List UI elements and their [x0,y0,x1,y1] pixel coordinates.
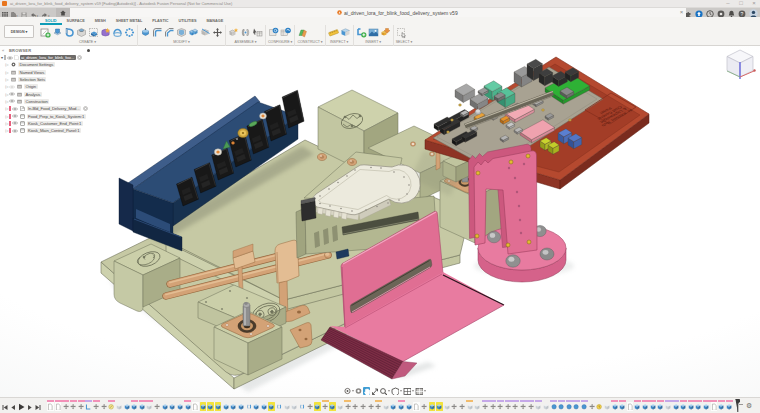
canvas-button[interactable] [368,26,379,39]
browser-item-3[interactable]: ▷Selection Sets [0,76,100,83]
fit-tool[interactable] [379,387,390,395]
timeline-feature-54[interactable] [451,400,458,412]
sync-icon[interactable] [83,106,88,111]
expand-arrow-icon[interactable]: ▷ [5,62,9,67]
timeline-feature-37[interactable] [322,400,329,412]
group-label-create[interactable]: CREATE ▾ [40,39,135,45]
group-label-insert[interactable]: INSERT ▾ [356,39,391,45]
timeline-feature-44[interactable] [375,400,382,412]
timeline-feature-40[interactable] [344,400,351,412]
timeline-feature-59[interactable] [489,400,496,412]
timeline-gear-icon[interactable]: ⚙ [746,402,752,410]
measure-button[interactable] [328,26,339,39]
fillet-button[interactable] [152,26,163,39]
group-label-select[interactable]: SELECT ▾ [396,39,413,45]
browser-item-4[interactable]: ▷Origin [0,83,100,90]
look-at-tool[interactable] [355,387,362,395]
timeline-feature-90[interactable] [726,400,733,412]
timeline-feature-22[interactable] [207,400,214,412]
timeline-feature-83[interactable] [672,400,679,412]
revolve-button[interactable] [64,26,75,39]
group-label-assemble[interactable]: ASSEMBLE ▾ [228,39,263,45]
timeline-feature-55[interactable] [459,400,466,412]
browser-options-icon[interactable] [87,49,90,52]
timeline-feature-67[interactable] [550,400,557,412]
timeline-feature-49[interactable] [413,400,420,412]
pattern-button[interactable] [124,26,135,39]
skip-to-end-button[interactable] [35,397,41,413]
group-label-configure[interactable]: CONFIGURE ▾ [268,39,292,45]
skip-to-start-button[interactable] [2,397,8,413]
step-forward-button[interactable] [27,397,33,413]
expand-arrow-icon[interactable]: ▷ [5,70,9,75]
timeline-feature-80[interactable] [649,400,656,412]
timeline-feature-70[interactable] [573,400,580,412]
timeline-feature-27[interactable] [245,400,252,412]
ribbon-tab-sheet-metal[interactable]: SHEET METAL [111,17,148,25]
construct-plane-button[interactable] [297,26,308,39]
select-button[interactable] [396,26,407,39]
timeline-feature-56[interactable] [466,400,473,412]
timeline-feature-6[interactable] [85,400,92,412]
eye-icon[interactable] [9,99,15,103]
form-button[interactable] [100,26,111,39]
timeline-feature-23[interactable] [215,400,222,412]
timeline-feature-31[interactable] [276,400,283,412]
timeline-feature-81[interactable] [657,400,664,412]
timeline-feature-74[interactable] [604,400,611,412]
timeline-feature-36[interactable] [314,400,321,412]
coil-button[interactable] [112,26,123,39]
shell-button[interactable] [176,26,187,39]
tab-close-icon[interactable]: × [678,9,685,16]
browser-item-label[interactable]: Kiosk_Customer_End_Point:1 [27,121,83,126]
browser-root-item[interactable]: ▾ai_driven_lora_for_blink_foo... [0,54,100,61]
timeline-feature-53[interactable] [444,400,451,412]
timeline-feature-72[interactable] [588,400,595,412]
timeline-feature-33[interactable] [291,400,298,412]
hole-button[interactable] [76,26,87,39]
workspace-selector[interactable]: DESIGN▾ [4,25,34,38]
timeline-feature-30[interactable] [268,400,275,412]
timeline-feature-38[interactable] [329,400,336,412]
timeline-feature-4[interactable] [70,400,77,412]
timeline-feature-45[interactable] [383,400,390,412]
browser-item-label[interactable]: Document Settings [18,62,55,67]
view-cube[interactable] [727,50,756,79]
timeline-feature-18[interactable] [177,400,184,412]
timeline-feature-46[interactable] [390,400,397,412]
orbit-tool[interactable] [344,387,354,395]
configure-button[interactable] [268,26,279,39]
ribbon-tab-surface[interactable]: SURFACE [62,17,90,25]
timeline-feature-11[interactable] [123,400,130,412]
timeline-feature-39[interactable] [337,400,344,412]
home-button[interactable] [56,8,70,17]
timeline-feature-86[interactable] [695,400,702,412]
ribbon-tab-manage[interactable]: MANAGE [201,17,228,25]
joint-button[interactable] [240,26,251,39]
step-back-button[interactable] [10,397,16,413]
timeline-feature-65[interactable] [535,400,542,412]
insert-derive-button[interactable] [356,26,367,39]
section-analysis-button[interactable] [340,26,351,39]
eye-icon[interactable] [7,56,13,60]
browser-item-1[interactable]: ▷Document Settings [0,61,100,68]
config-table-button[interactable] [280,26,291,39]
timeline-feature-63[interactable] [520,400,527,412]
timeline-feature-76[interactable] [619,400,626,412]
viewport[interactable]: AI_Kitchen_Hub& LightweightChef ControlP… [0,46,760,397]
split-body-button[interactable] [200,26,211,39]
sync-icon[interactable] [77,55,82,60]
extrude-button[interactable] [52,26,63,39]
timeline-feature-88[interactable] [710,400,717,412]
browser-item-10[interactable]: ▷Kiosk_Main_Control_Panel:1 [0,127,100,134]
browser-item-label[interactable]: Named Views [18,70,46,75]
timeline-feature-73[interactable] [596,400,603,412]
chamfer-button[interactable] [164,26,175,39]
new-component-button[interactable] [228,26,239,39]
timeline-feature-47[interactable] [398,400,405,412]
timeline-feature-69[interactable] [566,400,573,412]
timeline-feature-43[interactable] [367,400,374,412]
timeline-feature-20[interactable] [192,400,199,412]
timeline-feature-75[interactable] [611,400,618,412]
timeline-scroll-dash[interactable] [739,404,743,405]
